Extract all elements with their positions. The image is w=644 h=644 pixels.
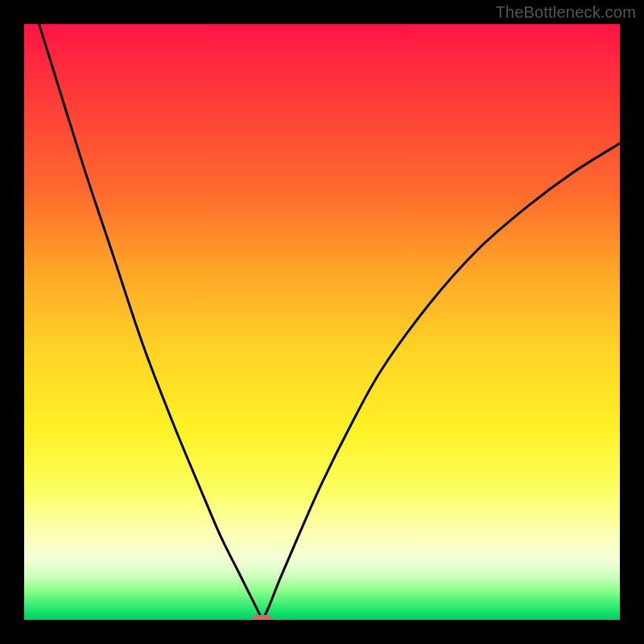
bottleneck-curve	[24, 24, 620, 620]
vertex-marker	[252, 615, 273, 620]
watermark-text: TheBottleneck.com	[495, 3, 636, 22]
plot-area	[24, 24, 620, 620]
chart-frame: TheBottleneck.com	[0, 0, 644, 644]
curve-left-branch	[24, 24, 262, 620]
curve-right-branch	[262, 143, 620, 620]
